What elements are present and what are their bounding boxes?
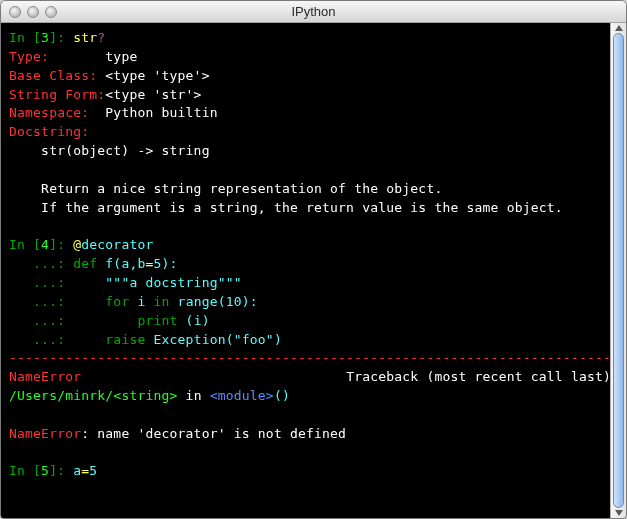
tb-msg-prefix: NameError bbox=[9, 426, 81, 441]
minimize-icon[interactable] bbox=[27, 6, 39, 18]
print-arg: (i) bbox=[178, 313, 210, 328]
scroll-up-icon[interactable] bbox=[615, 25, 623, 31]
assign-val: 5 bbox=[89, 463, 97, 478]
terminal-output[interactable]: In [3]: str? Type: type Base Class: <typ… bbox=[1, 23, 610, 518]
scroll-down-icon[interactable] bbox=[615, 510, 623, 516]
titlebar[interactable]: IPython bbox=[1, 1, 626, 23]
info-base-label: Base Class: bbox=[9, 68, 97, 83]
foo-str: "foo" bbox=[234, 332, 274, 347]
prompt-num: 3 bbox=[41, 30, 49, 45]
tb-errname: NameError bbox=[9, 369, 81, 384]
i-var: i bbox=[129, 294, 153, 309]
content-wrap: In [3]: str? Type: type Base Class: <typ… bbox=[1, 23, 626, 518]
terminal-window: IPython In [3]: str? Type: type Base Cla… bbox=[0, 0, 627, 519]
for-kw: for bbox=[105, 294, 129, 309]
zoom-icon[interactable] bbox=[45, 6, 57, 18]
closeparen: ): bbox=[162, 256, 178, 271]
doc-line1: str(object) -> string bbox=[9, 143, 210, 158]
prompt-in-5: In [ bbox=[9, 463, 41, 478]
scroll-thumb[interactable] bbox=[613, 33, 624, 508]
qmark: ? bbox=[97, 30, 105, 45]
tb-label: Traceback (most recent call last) bbox=[346, 369, 610, 384]
info-ns-label: Namespace: bbox=[9, 105, 89, 120]
cont-4: ...: bbox=[9, 313, 73, 328]
info-form-value: <type 'str'> bbox=[105, 87, 201, 102]
cont-5: ...: bbox=[9, 332, 73, 347]
tb-path1: /Users/minrk/ bbox=[9, 388, 113, 403]
ten: 10 bbox=[226, 294, 242, 309]
doc-line2: Return a nice string representation of t… bbox=[9, 181, 442, 196]
prompt-in-4: In [ bbox=[9, 237, 41, 252]
in-kw: in bbox=[154, 294, 170, 309]
info-form-label: String Form: bbox=[9, 87, 105, 102]
prompt-close-4: ]: bbox=[49, 237, 73, 252]
scrollbar[interactable] bbox=[610, 23, 626, 518]
raise-kw: raise bbox=[105, 332, 145, 347]
doc-string: """a docstring""" bbox=[105, 275, 241, 290]
scroll-track[interactable] bbox=[611, 33, 626, 508]
prompt-close: ]: bbox=[49, 30, 73, 45]
exc-close: ) bbox=[274, 332, 282, 347]
expr-str: str bbox=[73, 30, 97, 45]
print-kw: print bbox=[137, 313, 177, 328]
tb-module: <module> bbox=[210, 388, 274, 403]
cont-1: ...: bbox=[9, 256, 73, 271]
info-type-label: Type: bbox=[9, 49, 49, 64]
range-call: range( bbox=[170, 294, 226, 309]
window-title: IPython bbox=[1, 4, 626, 19]
fn-sig: f(a,b bbox=[97, 256, 145, 271]
info-ns-value: Python builtin bbox=[105, 105, 217, 120]
tb-separator: ----------------------------------------… bbox=[9, 350, 610, 365]
prompt-num-5: 5 bbox=[41, 463, 49, 478]
cont-3: ...: bbox=[9, 294, 73, 309]
close-icon[interactable] bbox=[9, 6, 21, 18]
five: 5 bbox=[154, 256, 162, 271]
prompt-in: In [ bbox=[9, 30, 41, 45]
info-type-value: type bbox=[105, 49, 137, 64]
prompt-num-4: 4 bbox=[41, 237, 49, 252]
range-close: ): bbox=[242, 294, 258, 309]
cont-2: ...: bbox=[9, 275, 73, 290]
def-kw: def bbox=[73, 256, 97, 271]
tb-in: in bbox=[178, 388, 210, 403]
info-base-value: <type 'type'> bbox=[105, 68, 209, 83]
window-controls bbox=[9, 6, 57, 18]
info-doc-label: Docstring: bbox=[9, 124, 89, 139]
exc-call: Exception( bbox=[145, 332, 233, 347]
tb-msg-rest: : name 'decorator' is not defined bbox=[81, 426, 346, 441]
tb-path2: <string> bbox=[113, 388, 177, 403]
prompt-close-5: ]: bbox=[49, 463, 73, 478]
eq-1: = bbox=[145, 256, 153, 271]
doc-line3: If the argument is a string, the return … bbox=[9, 200, 563, 215]
decorator-name: decorator bbox=[81, 237, 153, 252]
tb-parens: () bbox=[274, 388, 290, 403]
